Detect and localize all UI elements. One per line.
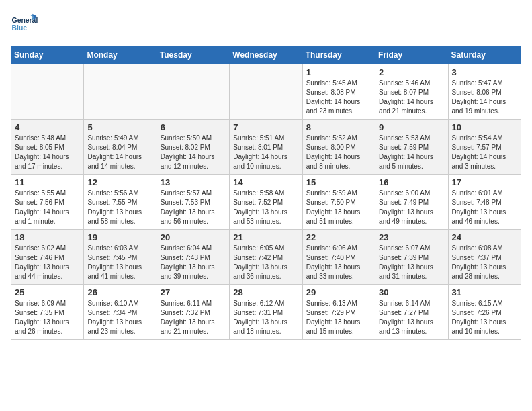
- day-number: 1: [306, 67, 371, 77]
- header: General Blue: [11, 11, 521, 38]
- calendar-cell: 22Sunrise: 6:06 AM Sunset: 7:40 PM Dayli…: [302, 230, 375, 285]
- day-number: 5: [87, 122, 152, 132]
- day-number: 13: [161, 177, 226, 187]
- calendar-cell: 6Sunrise: 5:50 AM Sunset: 8:02 PM Daylig…: [157, 120, 229, 175]
- day-number: 21: [233, 232, 298, 242]
- day-number: 28: [233, 287, 298, 298]
- day-info: Sunrise: 6:09 AM Sunset: 7:35 PM Dayligh…: [15, 299, 80, 336]
- day-info: Sunrise: 6:12 AM Sunset: 7:31 PM Dayligh…: [233, 299, 298, 336]
- day-number: 18: [15, 232, 80, 242]
- day-info: Sunrise: 6:11 AM Sunset: 7:32 PM Dayligh…: [161, 299, 226, 336]
- day-number: 30: [379, 287, 444, 298]
- day-info: Sunrise: 6:03 AM Sunset: 7:45 PM Dayligh…: [87, 244, 152, 281]
- day-number: 12: [87, 177, 152, 187]
- calendar-week-row: 18Sunrise: 6:02 AM Sunset: 7:46 PM Dayli…: [11, 230, 521, 285]
- calendar-week-row: 25Sunrise: 6:09 AM Sunset: 7:35 PM Dayli…: [11, 285, 521, 340]
- day-header: Monday: [84, 46, 157, 64]
- day-info: Sunrise: 5:53 AM Sunset: 7:59 PM Dayligh…: [379, 134, 444, 171]
- calendar-cell: 10Sunrise: 5:54 AM Sunset: 7:57 PM Dayli…: [448, 120, 521, 175]
- day-header: Sunday: [11, 46, 84, 64]
- day-info: Sunrise: 6:00 AM Sunset: 7:49 PM Dayligh…: [379, 189, 444, 226]
- calendar-week-row: 11Sunrise: 5:55 AM Sunset: 7:56 PM Dayli…: [11, 175, 521, 230]
- day-number: 17: [452, 177, 517, 187]
- day-number: 8: [306, 122, 371, 132]
- day-info: Sunrise: 6:06 AM Sunset: 7:40 PM Dayligh…: [306, 244, 371, 281]
- day-info: Sunrise: 5:47 AM Sunset: 8:06 PM Dayligh…: [452, 79, 517, 116]
- day-info: Sunrise: 5:52 AM Sunset: 8:00 PM Dayligh…: [306, 134, 371, 171]
- calendar-cell: 23Sunrise: 6:07 AM Sunset: 7:39 PM Dayli…: [375, 230, 448, 285]
- svg-text:Blue: Blue: [12, 24, 28, 32]
- day-number: 15: [306, 177, 371, 187]
- calendar-cell: 2Sunrise: 5:46 AM Sunset: 8:07 PM Daylig…: [375, 64, 448, 120]
- day-number: 2: [379, 67, 444, 77]
- day-number: 26: [87, 287, 152, 298]
- calendar-cell: 12Sunrise: 5:56 AM Sunset: 7:55 PM Dayli…: [84, 175, 157, 230]
- day-info: Sunrise: 5:51 AM Sunset: 8:01 PM Dayligh…: [233, 134, 298, 171]
- day-info: Sunrise: 5:46 AM Sunset: 8:07 PM Dayligh…: [379, 79, 444, 116]
- day-info: Sunrise: 6:14 AM Sunset: 7:27 PM Dayligh…: [379, 299, 444, 336]
- day-info: Sunrise: 6:01 AM Sunset: 7:48 PM Dayligh…: [452, 189, 517, 226]
- calendar-cell: [11, 64, 84, 120]
- calendar-cell: [84, 64, 157, 120]
- day-info: Sunrise: 6:08 AM Sunset: 7:37 PM Dayligh…: [452, 244, 517, 281]
- day-number: 16: [379, 177, 444, 187]
- day-number: 19: [87, 232, 152, 242]
- calendar-cell: 7Sunrise: 5:51 AM Sunset: 8:01 PM Daylig…: [230, 120, 302, 175]
- calendar-cell: 21Sunrise: 6:05 AM Sunset: 7:42 PM Dayli…: [230, 230, 302, 285]
- calendar-cell: 17Sunrise: 6:01 AM Sunset: 7:48 PM Dayli…: [448, 175, 521, 230]
- day-info: Sunrise: 5:59 AM Sunset: 7:50 PM Dayligh…: [306, 189, 371, 226]
- calendar-cell: 28Sunrise: 6:12 AM Sunset: 7:31 PM Dayli…: [230, 285, 302, 340]
- day-number: 29: [306, 287, 371, 298]
- calendar-cell: 9Sunrise: 5:53 AM Sunset: 7:59 PM Daylig…: [375, 120, 448, 175]
- calendar-cell: 5Sunrise: 5:49 AM Sunset: 8:04 PM Daylig…: [84, 120, 157, 175]
- day-number: 20: [161, 232, 226, 242]
- day-header: Saturday: [448, 46, 521, 64]
- day-number: 7: [233, 122, 298, 132]
- day-info: Sunrise: 5:48 AM Sunset: 8:05 PM Dayligh…: [15, 134, 80, 171]
- day-number: 9: [379, 122, 444, 132]
- calendar-cell: 18Sunrise: 6:02 AM Sunset: 7:46 PM Dayli…: [11, 230, 84, 285]
- day-info: Sunrise: 6:15 AM Sunset: 7:26 PM Dayligh…: [452, 299, 517, 336]
- day-number: 4: [15, 122, 80, 132]
- calendar-cell: [230, 64, 302, 120]
- day-info: Sunrise: 5:55 AM Sunset: 7:56 PM Dayligh…: [15, 189, 80, 226]
- day-info: Sunrise: 5:58 AM Sunset: 7:52 PM Dayligh…: [233, 189, 298, 226]
- day-number: 6: [161, 122, 226, 132]
- day-number: 27: [161, 287, 226, 298]
- day-number: 31: [452, 287, 517, 298]
- day-info: Sunrise: 5:49 AM Sunset: 8:04 PM Dayligh…: [87, 134, 152, 171]
- day-info: Sunrise: 5:54 AM Sunset: 7:57 PM Dayligh…: [452, 134, 517, 171]
- day-header: Wednesday: [230, 46, 302, 64]
- day-number: 11: [15, 177, 80, 187]
- header-row: SundayMondayTuesdayWednesdayThursdayFrid…: [11, 46, 521, 64]
- calendar-table: SundayMondayTuesdayWednesdayThursdayFrid…: [11, 46, 521, 340]
- calendar-cell: 31Sunrise: 6:15 AM Sunset: 7:26 PM Dayli…: [448, 285, 521, 340]
- day-info: Sunrise: 6:02 AM Sunset: 7:46 PM Dayligh…: [15, 244, 80, 281]
- calendar-cell: 3Sunrise: 5:47 AM Sunset: 8:06 PM Daylig…: [448, 64, 521, 120]
- day-header: Thursday: [302, 46, 375, 64]
- calendar-cell: 27Sunrise: 6:11 AM Sunset: 7:32 PM Dayli…: [157, 285, 229, 340]
- calendar-cell: 20Sunrise: 6:04 AM Sunset: 7:43 PM Dayli…: [157, 230, 229, 285]
- day-info: Sunrise: 6:07 AM Sunset: 7:39 PM Dayligh…: [379, 244, 444, 281]
- day-info: Sunrise: 5:45 AM Sunset: 8:08 PM Dayligh…: [306, 79, 371, 116]
- day-number: 14: [233, 177, 298, 187]
- calendar-cell: 29Sunrise: 6:13 AM Sunset: 7:29 PM Dayli…: [302, 285, 375, 340]
- calendar-cell: 8Sunrise: 5:52 AM Sunset: 8:00 PM Daylig…: [302, 120, 375, 175]
- day-number: 25: [15, 287, 80, 298]
- day-header: Friday: [375, 46, 448, 64]
- calendar-cell: 30Sunrise: 6:14 AM Sunset: 7:27 PM Dayli…: [375, 285, 448, 340]
- day-number: 10: [452, 122, 517, 132]
- day-info: Sunrise: 6:04 AM Sunset: 7:43 PM Dayligh…: [161, 244, 226, 281]
- calendar-cell: 4Sunrise: 5:48 AM Sunset: 8:05 PM Daylig…: [11, 120, 84, 175]
- calendar-cell: 14Sunrise: 5:58 AM Sunset: 7:52 PM Dayli…: [230, 175, 302, 230]
- day-info: Sunrise: 5:50 AM Sunset: 8:02 PM Dayligh…: [161, 134, 226, 171]
- day-info: Sunrise: 5:56 AM Sunset: 7:55 PM Dayligh…: [87, 189, 152, 226]
- calendar-cell: 16Sunrise: 6:00 AM Sunset: 7:49 PM Dayli…: [375, 175, 448, 230]
- day-number: 22: [306, 232, 371, 242]
- calendar-cell: [157, 64, 229, 120]
- logo: General Blue: [11, 11, 40, 38]
- day-header: Tuesday: [157, 46, 229, 64]
- day-info: Sunrise: 6:10 AM Sunset: 7:34 PM Dayligh…: [87, 299, 152, 336]
- calendar-week-row: 4Sunrise: 5:48 AM Sunset: 8:05 PM Daylig…: [11, 120, 521, 175]
- calendar-cell: 19Sunrise: 6:03 AM Sunset: 7:45 PM Dayli…: [84, 230, 157, 285]
